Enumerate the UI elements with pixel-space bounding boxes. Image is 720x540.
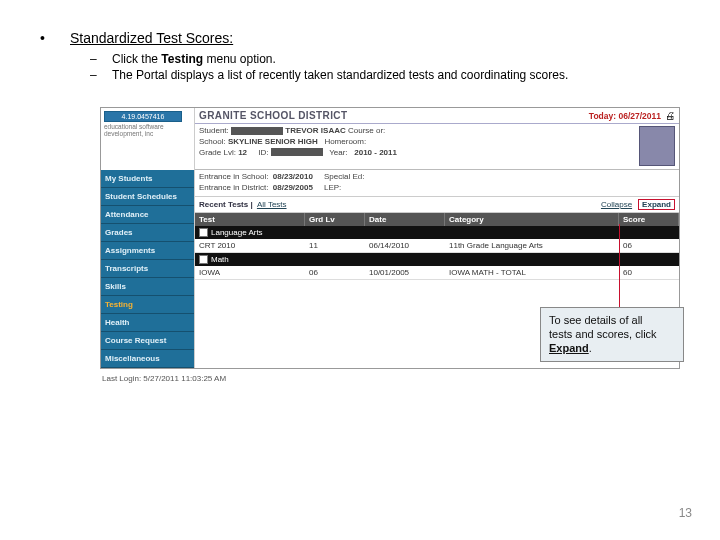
- year-value: 2010 - 2011: [354, 148, 397, 157]
- redacted-id: [271, 148, 323, 156]
- sidebar-item-miscellaneous[interactable]: Miscellaneous: [101, 350, 194, 368]
- sidebar-item-skills[interactable]: Skills: [101, 278, 194, 296]
- homeroom-label: Homeroom:: [324, 137, 366, 146]
- logo-area: 4.19.0457416 educational software develo…: [101, 108, 195, 170]
- cell-test: CRT 2010: [195, 239, 305, 252]
- id-label: ID:: [258, 148, 268, 157]
- sidebar-item-transcripts[interactable]: Transcripts: [101, 260, 194, 278]
- th-date: Date: [365, 213, 445, 226]
- redacted-name: [231, 127, 283, 135]
- cell-score: 60: [619, 266, 679, 279]
- th-grd: Grd Lv: [305, 213, 365, 226]
- course-label: Course or:: [348, 126, 385, 135]
- recent-tests-bar: Recent Tests | All Tests Collapse Expand: [195, 197, 679, 213]
- page-number: 13: [679, 506, 692, 520]
- grade-label: Grade Lvl:: [199, 148, 236, 157]
- th-score: Score: [619, 213, 679, 226]
- logo-subtitle: educational software development, inc: [104, 124, 191, 138]
- cell-cat: IOWA MATH - TOTAL: [445, 266, 619, 279]
- portal-screenshot: 4.19.0457416 educational software develo…: [100, 107, 680, 383]
- instruction-1: Click the Testing menu option.: [112, 52, 276, 66]
- cell-date: 06/14/2010: [365, 239, 445, 252]
- collapse-link[interactable]: Collapse: [601, 200, 632, 209]
- expand-callout: To see details of all tests and scores, …: [540, 307, 684, 362]
- cell-grd: 11: [305, 239, 365, 252]
- status-line: Entrance in School: 08/23/2010 Special E…: [195, 170, 679, 197]
- year-label: Year:: [329, 148, 347, 157]
- sidebar-item-student-schedules[interactable]: Student Schedules: [101, 188, 194, 206]
- print-icon[interactable]: 🖨: [665, 110, 675, 121]
- table-row: CRT 2010 11 06/14/2010 11th Grade Langua…: [195, 239, 679, 253]
- checkbox-icon[interactable]: [199, 255, 208, 264]
- dash-icon: –: [90, 52, 112, 66]
- cell-cat: 11th Grade Language Arts: [445, 239, 619, 252]
- cell-test: IOWA: [195, 266, 305, 279]
- dash-icon: –: [90, 68, 112, 82]
- sidebar-item-course-request[interactable]: Course Request: [101, 332, 194, 350]
- all-tests-link[interactable]: All Tests: [257, 200, 287, 209]
- th-test: Test: [195, 213, 305, 226]
- instruction-2: The Portal displays a list of recently t…: [112, 68, 568, 82]
- sidebar-item-attendance[interactable]: Attendance: [101, 206, 194, 224]
- sidebar-item-assignments[interactable]: Assignments: [101, 242, 194, 260]
- school-label: School:: [199, 137, 226, 146]
- cell-grd: 06: [305, 266, 365, 279]
- expand-link[interactable]: Expand: [638, 199, 675, 210]
- student-avatar: [639, 126, 675, 166]
- recent-tests-label: Recent Tests |: [199, 200, 253, 209]
- sidebar-item-testing[interactable]: Testing: [101, 296, 194, 314]
- section-row-language-arts[interactable]: Language Arts: [195, 226, 679, 239]
- checkbox-icon[interactable]: [199, 228, 208, 237]
- callout-leader-line: [619, 224, 620, 314]
- cell-date: 10/01/2005: [365, 266, 445, 279]
- last-login: Last Login: 5/27/2011 11:03:25 AM: [100, 369, 680, 383]
- table-row: IOWA 06 10/01/2005 IOWA MATH - TOTAL 60: [195, 266, 679, 280]
- cell-score: 06: [619, 239, 679, 252]
- sidebar-item-health[interactable]: Health: [101, 314, 194, 332]
- sidebar-item-my-students[interactable]: My Students: [101, 170, 194, 188]
- table-header-row: Test Grd Lv Date Category Score: [195, 213, 679, 226]
- district-name: GRANITE SCHOOL DISTRICT: [199, 110, 347, 121]
- school-value: SKYLINE SENIOR HIGH: [228, 137, 318, 146]
- sidebar: My Students Student Schedules Attendance…: [101, 170, 195, 368]
- bullet-dot: •: [40, 30, 70, 46]
- grade-value: 12: [238, 148, 247, 157]
- section-row-math[interactable]: Math: [195, 253, 679, 266]
- student-label: Student:: [199, 126, 229, 135]
- logo-version: 4.19.0457416: [104, 111, 182, 122]
- student-value: TREVOR ISAAC: [285, 126, 345, 135]
- sidebar-item-grades[interactable]: Grades: [101, 224, 194, 242]
- section-title: Standardized Test Scores:: [70, 30, 233, 46]
- today-date: Today: 06/27/2011: [589, 111, 661, 121]
- th-cat: Category: [445, 213, 619, 226]
